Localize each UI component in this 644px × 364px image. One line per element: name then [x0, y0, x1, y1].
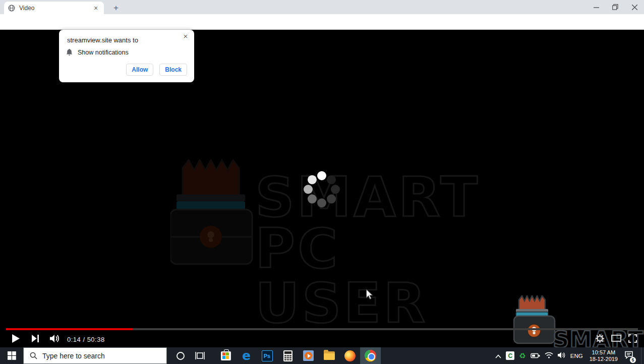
- time-display: 0:14 / 50:38: [67, 336, 105, 343]
- wifi-icon: [545, 352, 553, 358]
- search-icon: [30, 352, 37, 359]
- windows-logo-icon: [8, 351, 16, 360]
- progress-played: [6, 328, 133, 330]
- theater-mode-button[interactable]: [611, 335, 621, 344]
- speaker-icon: [558, 352, 566, 358]
- bell-icon: [66, 48, 73, 56]
- tray-wifi-icon[interactable]: [545, 351, 553, 360]
- volume-icon: [50, 334, 60, 343]
- chevron-up-icon: [495, 354, 501, 358]
- windows-taskbar: Type here to search e Ps: [0, 347, 644, 364]
- task-view-button[interactable]: [190, 347, 209, 364]
- calculator-icon: [283, 350, 292, 361]
- permission-row: Show notifications: [66, 48, 129, 56]
- notification-permission-dialog: streamview.site wants to × Show notifica…: [59, 30, 194, 82]
- fullscreen-icon: [628, 334, 637, 343]
- globe-favicon-icon: [8, 5, 15, 12]
- tray-app-c-icon[interactable]: C: [506, 351, 514, 360]
- progress-bar[interactable]: [6, 328, 638, 330]
- dialog-title: streamview.site wants to: [67, 36, 138, 44]
- new-tab-button[interactable]: +: [110, 3, 122, 14]
- browser-tab-video[interactable]: Video ×: [4, 2, 104, 14]
- photoshop-icon: Ps: [262, 350, 273, 361]
- restore-icon: [612, 4, 618, 10]
- dialog-close-button[interactable]: ×: [181, 32, 190, 41]
- microsoft-store-icon: [221, 351, 231, 360]
- play-button[interactable]: [12, 334, 20, 345]
- window-close-button[interactable]: [624, 0, 644, 14]
- watermark-text-line1: SMART: [255, 170, 480, 225]
- movies-tv-icon: [303, 350, 314, 361]
- loading-spinner-icon: [304, 171, 340, 207]
- tray-volume-icon[interactable]: [558, 351, 566, 360]
- browser-toolbar: streamview.site/?p=gizgcnrqgu5gi3bphayq&…: [0, 14, 644, 30]
- permission-label: Show notifications: [78, 49, 129, 56]
- minimize-icon: [594, 5, 599, 10]
- watermark-toolbox-crown-icon: [170, 159, 264, 266]
- fullscreen-button[interactable]: [628, 334, 637, 345]
- desktop: Video × +: [0, 0, 644, 364]
- language-indicator[interactable]: ENG: [570, 353, 583, 359]
- start-button[interactable]: [0, 347, 23, 364]
- taskbar-app-calculator[interactable]: [277, 347, 298, 364]
- clock-date: 18-12-2019: [590, 356, 618, 362]
- tray-recycle-icon[interactable]: ♻: [519, 351, 525, 360]
- edge-icon: e: [242, 348, 251, 363]
- taskbar-app-edge[interactable]: e: [236, 347, 257, 364]
- block-button[interactable]: Block: [159, 64, 187, 76]
- play-icon: [12, 334, 20, 343]
- show-desktop-button[interactable]: [641, 347, 643, 364]
- battery-icon: [531, 353, 540, 358]
- taskbar-search-box[interactable]: Type here to search: [23, 347, 167, 364]
- file-explorer-icon: [324, 351, 335, 360]
- task-view-icon: [195, 351, 205, 360]
- settings-button[interactable]: [596, 334, 604, 345]
- watermark-text-line2: PC USER: [255, 222, 481, 331]
- notification-count-badge: 5: [630, 357, 636, 363]
- cortana-button[interactable]: [171, 347, 190, 364]
- next-button[interactable]: [32, 335, 39, 344]
- dialog-buttons: Allow Block: [126, 64, 187, 76]
- browser-titlebar: Video × +: [0, 0, 644, 14]
- close-icon: [632, 5, 637, 10]
- taskbar-app-store[interactable]: [215, 347, 236, 364]
- clock-time: 10:57 AM: [590, 349, 618, 356]
- player-controls: 0:14 / 50:38: [0, 331, 644, 347]
- taskbar-app-movies-tv[interactable]: [298, 347, 319, 364]
- action-center-button[interactable]: 5: [624, 351, 633, 361]
- tab-close-button[interactable]: ×: [92, 4, 100, 12]
- volume-button[interactable]: [50, 334, 60, 345]
- tray-power-icon[interactable]: [531, 351, 540, 360]
- system-tray: C ♻: [495, 347, 644, 364]
- tray-expand-button[interactable]: [495, 351, 501, 360]
- taskbar-clock[interactable]: 10:57 AM 18-12-2019: [588, 349, 620, 362]
- mouse-cursor: [366, 289, 373, 300]
- taskbar-app-chrome-active[interactable]: [360, 347, 381, 364]
- tab-title: Video: [19, 5, 92, 12]
- settings-gear-icon: [596, 334, 604, 343]
- allow-button[interactable]: Allow: [126, 64, 153, 76]
- next-icon: [32, 335, 39, 342]
- taskbar-app-photoshop[interactable]: Ps: [257, 347, 277, 364]
- window-minimize-button[interactable]: [586, 0, 606, 14]
- firefox-icon: [344, 350, 356, 361]
- taskbar-app-file-explorer[interactable]: [319, 347, 339, 364]
- window-restore-button[interactable]: [605, 0, 625, 14]
- chrome-icon: [365, 350, 376, 361]
- theater-mode-icon: [611, 335, 621, 342]
- taskbar-app-firefox[interactable]: [339, 347, 360, 364]
- cortana-icon: [176, 351, 185, 360]
- search-placeholder: Type here to search: [42, 352, 105, 360]
